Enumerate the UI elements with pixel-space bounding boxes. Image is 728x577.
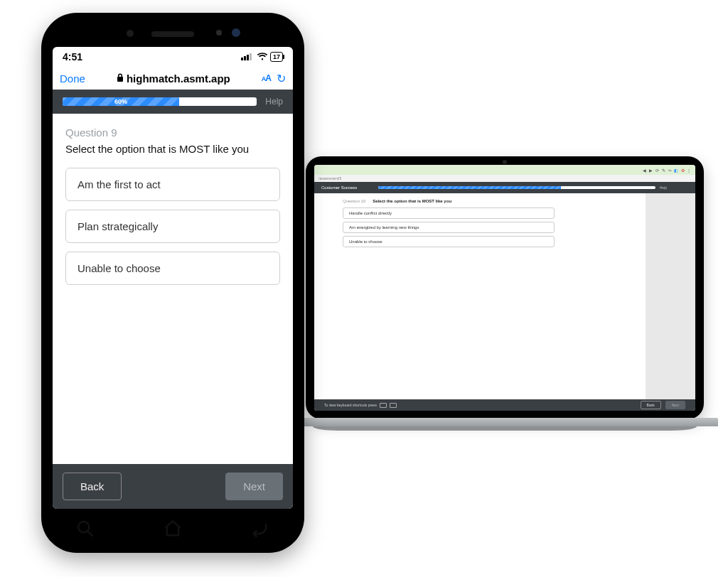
question-number: Question 9 xyxy=(65,126,280,139)
option-2[interactable]: Plan strategically xyxy=(65,210,280,243)
progress-bar xyxy=(378,186,655,189)
app-footer: Back Next xyxy=(53,464,293,509)
url-text: highmatch.asmt.app xyxy=(127,72,230,85)
question-area: Question 9 Select the option that is MOS… xyxy=(53,114,293,464)
browser-cut-icon[interactable]: ✂ xyxy=(668,168,672,172)
keyboard-icon xyxy=(380,403,387,408)
url-display[interactable]: highmatch.asmt.app xyxy=(91,72,256,85)
browser-reload-icon[interactable]: ⟳ xyxy=(655,168,659,172)
back-icon[interactable] xyxy=(250,519,270,539)
battery-icon: 17 xyxy=(270,52,283,62)
browser-settings-icon[interactable]: ⚙ xyxy=(680,168,685,172)
phone-camera-icon xyxy=(232,28,240,37)
phone-device: 4:51 17 Done highmatch.asmt.app AA ↻ xyxy=(41,13,304,553)
text-size-button[interactable]: AA xyxy=(262,73,271,83)
svg-line-1 xyxy=(87,532,92,536)
cellular-signal-icon xyxy=(241,53,252,60)
wifi-icon xyxy=(257,52,267,63)
app-header: 60% Help xyxy=(53,90,293,114)
phone-screen: 4:51 17 Done highmatch.asmt.app AA ↻ xyxy=(53,47,293,509)
laptop-base xyxy=(299,418,711,431)
phone-sensor-icon xyxy=(216,30,222,36)
question-text: Select the option that is MOST like you xyxy=(65,143,280,155)
app-header: Customer Success Help xyxy=(314,182,695,193)
option-1[interactable]: Am the first to act xyxy=(65,168,280,201)
option-2[interactable]: Am energized by learning new things xyxy=(343,222,555,233)
browser-menu-icon[interactable]: ⋮ xyxy=(687,168,691,172)
question-area: Question 10 Select the option that is MO… xyxy=(314,193,695,399)
reload-icon[interactable]: ↻ xyxy=(277,72,286,85)
search-icon[interactable] xyxy=(75,519,95,539)
safari-toolbar: Done highmatch.asmt.app AA ↻ xyxy=(53,67,293,90)
lock-icon xyxy=(117,73,124,84)
laptop-camera-icon xyxy=(503,160,507,164)
phone-sensor-icon xyxy=(127,30,134,37)
back-button[interactable]: Back xyxy=(63,473,122,500)
laptop-screen: ◀ ▶ ⟳ ✎ ✂ ◧ ⚙ ⋮ /assessment/5 Customer S… xyxy=(314,165,695,411)
option-3[interactable]: Unable to choose xyxy=(343,236,555,247)
browser-forward-icon[interactable]: ▶ xyxy=(648,168,653,172)
question-number: Question 10 xyxy=(343,199,365,203)
progress-fill xyxy=(378,186,561,189)
done-button[interactable]: Done xyxy=(60,72,85,85)
phone-nav xyxy=(41,514,304,543)
laptop-lid: ◀ ▶ ⟳ ✎ ✂ ◧ ⚙ ⋮ /assessment/5 Customer S… xyxy=(306,156,704,419)
next-button[interactable]: Next xyxy=(225,473,283,500)
option-1[interactable]: Handle conflict directly xyxy=(343,207,555,219)
progress-bar: 60% xyxy=(63,97,257,106)
progress-fill: 60% xyxy=(63,97,179,106)
status-bar: 4:51 17 xyxy=(53,47,293,67)
next-button[interactable]: Next xyxy=(665,401,685,409)
home-icon[interactable] xyxy=(163,519,183,539)
app-footer: To view keyboard shortcuts press Back Ne… xyxy=(314,399,695,411)
help-link[interactable]: Help xyxy=(265,97,283,107)
browser-edit-icon[interactable]: ✎ xyxy=(661,168,665,172)
browser-url-bar[interactable]: /assessment/5 xyxy=(314,175,695,182)
phone-speaker-icon xyxy=(151,31,194,37)
app-title: Customer Success xyxy=(321,185,357,190)
keyboard-icon xyxy=(390,403,397,408)
back-button[interactable]: Back xyxy=(641,401,661,409)
laptop-device: ◀ ▶ ⟳ ✎ ✂ ◧ ⚙ ⋮ /assessment/5 Customer S… xyxy=(299,156,711,431)
keyboard-hint: To view keyboard shortcuts press xyxy=(324,403,377,407)
browser-toolbar: ◀ ▶ ⟳ ✎ ✂ ◧ ⚙ ⋮ xyxy=(314,165,695,175)
help-link[interactable]: Help xyxy=(660,185,667,190)
browser-extension-icon[interactable]: ◧ xyxy=(674,168,678,172)
option-3[interactable]: Unable to choose xyxy=(65,252,280,285)
browser-back-icon[interactable]: ◀ xyxy=(642,168,646,172)
question-text: Select the option that is MOST like you xyxy=(373,199,451,203)
status-time: 4:51 xyxy=(63,51,82,63)
svg-point-0 xyxy=(78,522,89,532)
